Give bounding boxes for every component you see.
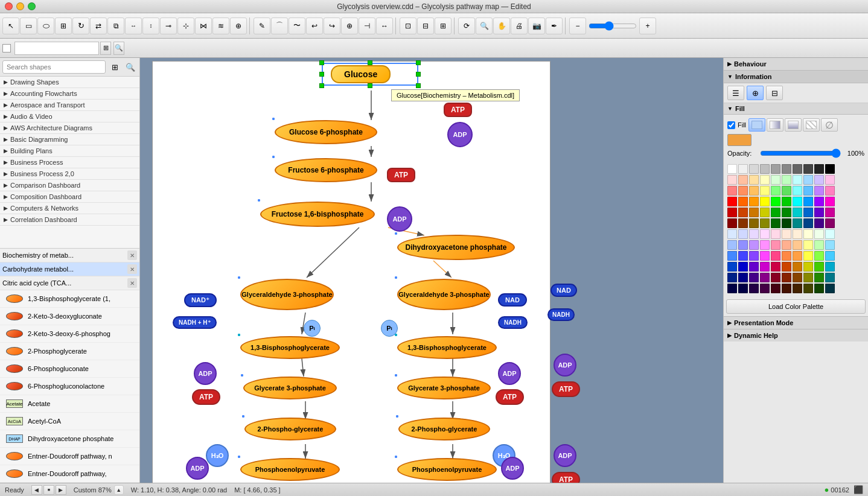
node-glucose[interactable]: Glucose [331,65,391,83]
color-swatch[interactable] [771,175,780,185]
color-swatch[interactable] [749,186,759,196]
color-swatch[interactable] [803,240,813,250]
color-swatch[interactable] [727,197,737,206]
shape-item[interactable]: DHAP Dihydroxyacetone phosphate [0,430,139,448]
color-swatch[interactable] [814,218,824,228]
cofactor-adp-3[interactable]: ADP [194,362,217,385]
node-f6p[interactable]: Fructose 6-phosphate [275,158,377,182]
color-swatch[interactable] [749,284,759,293]
cofactor-atp-3[interactable]: ATP [192,389,220,405]
close-diagram-0[interactable]: ✕ [127,250,137,260]
category-aerospace[interactable]: ▶Aerospace and Transport [0,100,139,111]
print-btn[interactable]: 🖨 [511,17,528,34]
category-accounting[interactable]: ▶Accounting Flowcharts [0,88,139,100]
behaviour-section-header[interactable]: ▶ Behaviour [724,58,868,71]
color-swatch[interactable] [814,251,824,261]
category-business-process-2[interactable]: ▶Business Process 2,0 [0,168,139,180]
color-swatch[interactable] [793,186,802,196]
color-swatch[interactable] [760,186,770,196]
shape-item[interactable]: 6-Phosphogluconolactone [0,378,139,395]
color-swatch[interactable] [814,273,824,282]
color-swatch[interactable] [825,240,835,250]
color-swatch[interactable] [782,229,791,239]
resize-h-tool[interactable]: ↔ [125,17,142,34]
color-swatch[interactable] [738,175,748,185]
toolbar2-grid-btn[interactable]: ⊞ [100,42,111,55]
close-button[interactable] [5,2,13,10]
category-correlation[interactable]: ▶Correlation Dashboard [0,214,139,226]
cofactor-atp-right3[interactable]: ATP [552,472,580,483]
color-swatch[interactable] [814,186,824,196]
color-swatch[interactable] [738,284,748,293]
node-3pg2[interactable]: Glycerate 3-phosphate [397,377,491,399]
color-swatch[interactable] [803,186,813,196]
flip-tool[interactable]: ⇄ [90,17,107,34]
color-swatch[interactable] [825,273,835,282]
color-swatch[interactable] [782,262,791,272]
zoom-actual-btn[interactable]: ⊟ [417,17,434,34]
zoom-minus-btn[interactable]: − [569,17,586,34]
cofactor-adp-right2[interactable]: ADP [554,354,576,377]
color-swatch[interactable] [749,251,759,261]
select-tool[interactable]: ↖ [2,17,19,34]
expand-btn[interactable]: ⬛ [854,485,863,494]
color-swatch[interactable] [771,186,780,196]
color-swatch[interactable] [738,251,748,261]
color-swatch[interactable] [825,164,835,174]
info-icon-1[interactable]: ⊕ [747,86,764,100]
cofactor-adp-1[interactable]: ADP [447,122,473,147]
cofactor-atp-2[interactable]: ATP [387,168,415,182]
zoom-up-btn[interactable]: ▲ [114,485,124,495]
nav-stop-btn[interactable]: ■ [43,485,54,495]
info-icon-0[interactable]: ☰ [727,86,744,100]
rotate-tool[interactable]: ↻ [72,17,89,34]
color-swatch[interactable] [825,197,835,206]
shape-item[interactable]: 2-Phosphoglycerate [0,343,139,360]
cofactor-nadh-1[interactable]: NADH + H⁺ [173,316,217,329]
color-swatch[interactable] [760,251,770,261]
draw-pencil-btn[interactable]: ✒ [546,17,563,34]
table-tool[interactable]: ⊞ [55,17,72,34]
cofactor-adp-5[interactable]: ADP [498,362,521,385]
color-swatch[interactable] [738,229,748,239]
color-swatch[interactable] [782,186,791,196]
color-swatch[interactable] [727,251,737,261]
color-swatch[interactable] [738,262,748,272]
cofactor-adp-right3[interactable]: ADP [554,444,576,467]
refresh-btn[interactable]: ⟳ [458,17,475,34]
color-swatch[interactable] [793,229,802,239]
color-swatch[interactable] [825,262,835,272]
color-swatch[interactable] [825,186,835,196]
color-swatch[interactable] [771,218,780,228]
color-swatch[interactable] [814,208,824,217]
color-swatch[interactable] [727,186,737,196]
shape-item[interactable]: Entner-Doudoroff pathway, n [0,448,139,465]
color-swatch[interactable] [825,208,835,217]
color-swatch[interactable] [727,218,737,228]
fill-checkbox[interactable] [727,121,735,129]
color-swatch[interactable] [738,208,748,217]
line-btn[interactable]: ↔ [376,17,393,34]
fill-pattern-btn[interactable] [803,118,820,132]
color-swatch[interactable] [793,175,802,185]
fill-section-header[interactable]: ▼ Fill [724,103,868,115]
fill-none-btn[interactable]: ∅ [821,118,838,132]
color-swatch[interactable] [771,208,780,217]
color-swatch[interactable] [749,218,759,228]
node-3pg1[interactable]: Glycerate 3-phosphate [243,377,337,399]
color-swatch[interactable] [782,284,791,293]
color-swatch[interactable] [793,284,802,293]
color-swatch[interactable] [727,262,737,272]
color-swatch[interactable] [749,164,759,174]
color-swatch[interactable] [738,186,748,196]
zoom-fit-btn[interactable]: ⊡ [400,17,416,34]
color-swatch[interactable] [814,164,824,174]
color-swatch[interactable] [803,273,813,282]
color-swatch[interactable] [760,229,770,239]
cofactor-atp-1[interactable]: ATP [444,103,472,117]
extra3-tool[interactable]: ⋈ [195,17,212,34]
extra4-tool[interactable]: ≋ [212,17,229,34]
category-comparison[interactable]: ▶Comparison Dashboard [0,180,139,191]
color-swatch[interactable] [814,229,824,239]
shape-item[interactable]: AcCoA Acetyl-CoA [0,413,139,430]
